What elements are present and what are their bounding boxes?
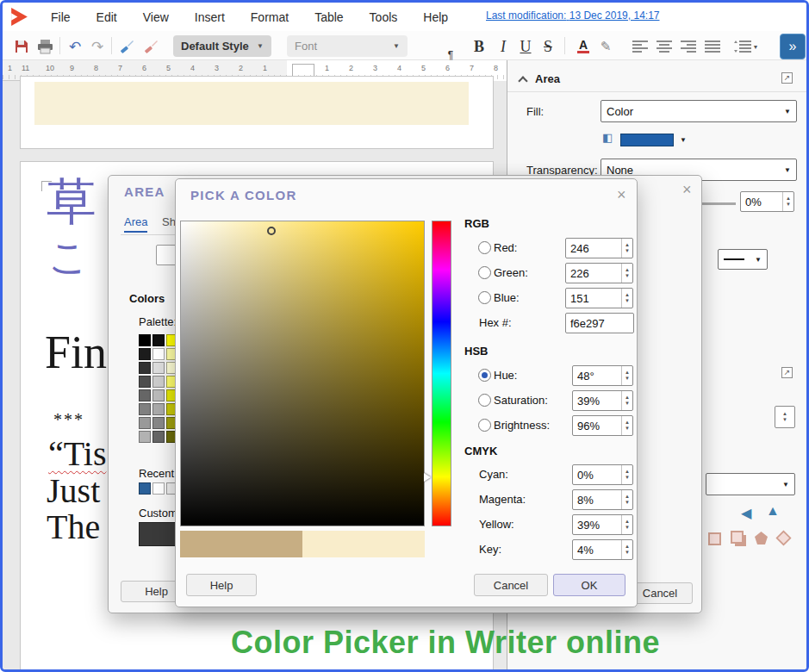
color-field-cursor[interactable] xyxy=(267,227,276,235)
brightness-spin-arrows[interactable] xyxy=(621,416,632,435)
saturation-value-field[interactable] xyxy=(180,221,425,526)
menu-tools[interactable]: Tools xyxy=(370,10,398,24)
key-spin-arrows[interactable] xyxy=(621,540,632,559)
palette-swatch[interactable] xyxy=(139,376,151,388)
align-justify-icon[interactable] xyxy=(702,36,723,57)
hex-input[interactable] xyxy=(565,313,634,333)
tab-area[interactable]: Area xyxy=(124,215,147,233)
undo-icon[interactable]: ↶ xyxy=(65,36,85,57)
brightness-radio[interactable] xyxy=(478,419,491,432)
close-icon[interactable]: × xyxy=(617,188,626,202)
highlight-pen-icon[interactable]: ✎ xyxy=(595,36,616,57)
collapse-section-icon[interactable] xyxy=(518,76,527,85)
palette-swatch[interactable] xyxy=(152,362,165,374)
transparency-spin-arrows[interactable] xyxy=(782,192,793,211)
red-radio[interactable] xyxy=(478,241,491,254)
document-page-1[interactable] xyxy=(20,76,494,149)
clone-formatting-icon[interactable] xyxy=(116,36,137,57)
palette-swatch[interactable] xyxy=(152,403,165,415)
shadow-preset-icon[interactable] xyxy=(708,532,721,545)
paragraph-style-combo[interactable]: Default Style xyxy=(173,35,271,57)
saturation-spinbox[interactable]: 39% xyxy=(572,390,633,411)
palette-swatch[interactable] xyxy=(139,417,151,429)
palette-swatch[interactable] xyxy=(152,334,165,346)
cyan-spin-arrows[interactable] xyxy=(621,465,632,484)
last-modification-link[interactable]: Last modification: 13 Dec 2019, 14:17 xyxy=(486,9,659,22)
menu-help[interactable]: Help xyxy=(423,10,448,24)
palette-swatch[interactable] xyxy=(152,348,165,360)
hue-spinbox[interactable]: 48° xyxy=(572,365,633,386)
close-icon[interactable]: × xyxy=(682,183,692,196)
red-spin-arrows[interactable] xyxy=(621,239,632,258)
palette-swatch[interactable] xyxy=(152,431,165,443)
recent-color-swatch[interactable] xyxy=(139,482,151,495)
sidebar-toggle-button[interactable]: » xyxy=(780,34,806,59)
font-color-button[interactable]: A xyxy=(573,36,594,57)
palette-swatch[interactable] xyxy=(152,376,165,388)
dialog-launcher-icon[interactable]: ↗ xyxy=(781,367,793,378)
magenta-spinbox[interactable]: 8% xyxy=(572,489,633,510)
fill-type-combo[interactable]: Color xyxy=(601,100,797,122)
palette-swatch[interactable] xyxy=(139,431,151,443)
palette-swatch[interactable] xyxy=(139,362,151,374)
menu-format[interactable]: Format xyxy=(251,10,289,24)
saturation-spin-arrows[interactable] xyxy=(621,391,632,410)
picker-cancel-button[interactable]: Cancel xyxy=(474,574,548,596)
blue-spinbox[interactable]: 151 xyxy=(565,288,633,308)
sidebar-spin-arrows[interactable] xyxy=(775,407,794,427)
menu-view[interactable]: View xyxy=(143,10,169,24)
sidebar-partial-spinbox[interactable] xyxy=(775,406,795,428)
paint-bucket-icon[interactable]: ◧ xyxy=(602,131,613,144)
shadow-preset-icon[interactable] xyxy=(755,532,768,544)
align-left-icon[interactable] xyxy=(630,36,650,57)
flip-vertical-icon[interactable]: ▲ xyxy=(766,503,780,519)
green-radio[interactable] xyxy=(478,266,491,279)
redo-icon[interactable]: ↷ xyxy=(87,36,108,57)
fill-color-swatch[interactable] xyxy=(620,134,674,146)
brightness-spinbox[interactable]: 96% xyxy=(572,415,633,436)
recent-color-swatch[interactable] xyxy=(152,482,165,495)
magenta-spin-arrows[interactable] xyxy=(621,490,632,509)
palette-swatch[interactable] xyxy=(139,389,151,401)
blue-radio[interactable] xyxy=(478,291,491,304)
tab-shadow[interactable]: Sh xyxy=(162,215,176,231)
red-spinbox[interactable]: 246 xyxy=(565,238,633,258)
underline-button[interactable]: U xyxy=(515,36,536,57)
picker-help-button[interactable]: Help xyxy=(186,574,257,596)
transparency-spinbox[interactable]: 0% xyxy=(740,191,794,212)
menu-table[interactable]: Table xyxy=(314,10,343,24)
shadow-preset-icon[interactable] xyxy=(775,530,791,545)
bold-button[interactable]: B xyxy=(469,36,489,57)
print-icon[interactable] xyxy=(34,36,55,57)
align-center-icon[interactable] xyxy=(654,36,675,57)
green-spinbox[interactable]: 226 xyxy=(565,263,633,283)
palette-swatch[interactable] xyxy=(139,403,151,415)
fill-color-dropdown-arrow[interactable]: ▼ xyxy=(680,136,687,144)
cyan-spinbox[interactable]: 0% xyxy=(572,464,633,485)
shadow-preset-icon[interactable] xyxy=(731,531,744,544)
picker-ok-button[interactable]: OK xyxy=(553,574,625,596)
menu-edit[interactable]: Edit xyxy=(96,10,117,24)
menu-insert[interactable]: Insert xyxy=(195,10,225,24)
sidebar-partial-combo[interactable] xyxy=(706,473,795,495)
clear-formatting-icon[interactable] xyxy=(140,36,161,57)
palette-swatch[interactable] xyxy=(152,389,165,401)
font-name-combo[interactable]: Font xyxy=(287,35,408,57)
hue-slider-marker[interactable] xyxy=(424,473,431,482)
strikethrough-button[interactable]: S xyxy=(538,36,558,57)
palette-swatch[interactable] xyxy=(152,417,165,429)
yellow-spinbox[interactable]: 39% xyxy=(572,514,633,535)
blue-spin-arrows[interactable] xyxy=(621,289,632,308)
palette-swatch[interactable] xyxy=(139,348,151,360)
hue-slider-bar[interactable] xyxy=(432,221,451,526)
save-icon[interactable] xyxy=(11,36,32,57)
saturation-radio[interactable] xyxy=(478,394,491,407)
green-spin-arrows[interactable] xyxy=(621,264,632,283)
flip-horizontal-icon[interactable]: ◀ xyxy=(741,505,751,521)
line-spacing-icon[interactable]: ▼ xyxy=(731,36,761,57)
italic-button[interactable]: I xyxy=(493,36,513,57)
palette-swatch[interactable] xyxy=(139,334,151,346)
hue-spin-arrows[interactable] xyxy=(621,366,632,385)
key-spinbox[interactable]: 4% xyxy=(572,539,633,560)
hue-radio[interactable] xyxy=(478,369,491,382)
